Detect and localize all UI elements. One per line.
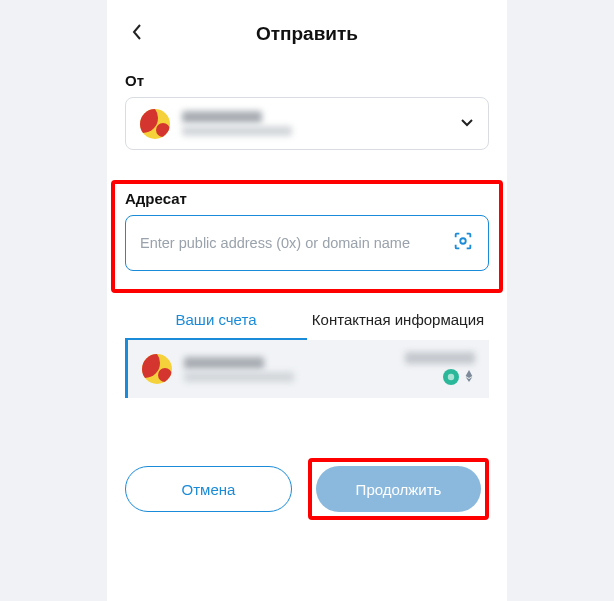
page-title: Отправить [256, 23, 358, 45]
account-row-right [405, 352, 475, 386]
cancel-button[interactable]: Отмена [125, 466, 292, 512]
svg-point-0 [460, 238, 466, 244]
back-button[interactable] [125, 20, 149, 44]
ethereum-icon [463, 368, 475, 386]
recipient-label: Адресат [125, 190, 489, 207]
continue-highlight: Продолжить [308, 458, 489, 520]
account-chain-redacted [184, 372, 294, 382]
account-row-text [184, 354, 294, 385]
recipient-highlight: Адресат [111, 180, 503, 293]
footer-actions: Отмена Продолжить [125, 458, 489, 520]
svg-point-1 [448, 374, 454, 380]
chevron-left-icon [132, 24, 142, 40]
account-name-redacted [182, 111, 262, 123]
tab-contacts[interactable]: Контактная информация [307, 303, 489, 340]
balance-redacted [405, 352, 475, 364]
account-avatar [140, 109, 170, 139]
account-list-item[interactable] [125, 340, 489, 398]
recipient-input[interactable] [140, 235, 442, 251]
chevron-down-icon [460, 115, 474, 133]
continue-button[interactable]: Продолжить [316, 466, 481, 512]
scan-icon [452, 230, 474, 252]
from-label: От [125, 72, 489, 89]
recipient-field-wrap [125, 215, 489, 271]
send-panel: Отправить От Адресат [107, 0, 507, 601]
recipient-tabs: Ваши счета Контактная информация [125, 303, 489, 340]
scan-qr-button[interactable] [452, 230, 474, 256]
account-name-redacted [184, 357, 264, 369]
tab-your-accounts[interactable]: Ваши счета [125, 303, 307, 340]
network-badge-green [443, 369, 459, 385]
account-chain-redacted [182, 126, 292, 136]
account-avatar [142, 354, 172, 384]
network-badges [443, 368, 475, 386]
from-account-selector[interactable] [125, 97, 489, 150]
account-text [182, 108, 448, 139]
header: Отправить [125, 18, 489, 50]
